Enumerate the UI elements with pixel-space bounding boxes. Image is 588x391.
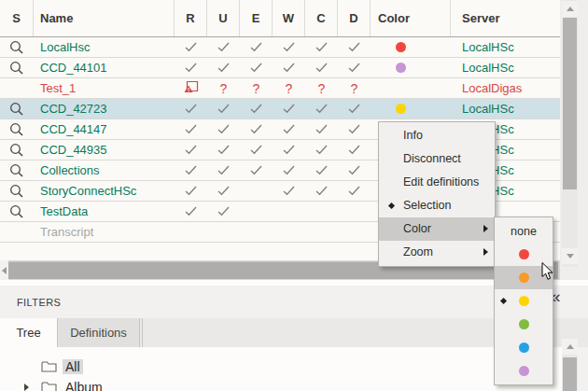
- menu-item-info[interactable]: Info: [379, 124, 495, 147]
- tree-item-all[interactable]: All: [0, 356, 562, 377]
- search-cell: [0, 58, 34, 77]
- column-header-server[interactable]: Server: [451, 0, 560, 36]
- status-cell-d: [338, 181, 371, 201]
- status-cell-e: [240, 181, 273, 201]
- filters-scroll-up-button[interactable]: [562, 339, 578, 355]
- status-cell-u: [207, 140, 240, 160]
- check-icon: [315, 186, 328, 196]
- status-cell-d: [338, 58, 371, 77]
- table-row-ccd-42723[interactable]: CCD_42723LocalHSc: [0, 99, 560, 119]
- status-cell-r: [175, 119, 207, 139]
- tree-item-album[interactable]: Album: [0, 377, 562, 391]
- magnifier-icon[interactable]: [9, 40, 24, 55]
- status-cell-r: [175, 222, 207, 242]
- name-cell: CCD_44147: [34, 119, 175, 139]
- status-cell-c: [305, 181, 338, 201]
- check-icon: [185, 42, 197, 52]
- table-row-ccd-44101[interactable]: CCD_44101LocalHSc: [0, 58, 560, 78]
- column-header-s[interactable]: S: [0, 0, 34, 36]
- check-icon: [315, 63, 328, 73]
- folder-icon: [41, 360, 57, 377]
- scroll-left-button[interactable]: [0, 260, 8, 280]
- check-icon: [250, 124, 262, 134]
- check-icon: [250, 63, 262, 73]
- magnifier-icon[interactable]: [9, 184, 24, 199]
- column-header-w[interactable]: W: [273, 0, 305, 36]
- color-option-fed402[interactable]: [495, 289, 553, 313]
- server-name: LocalHSc: [462, 61, 514, 75]
- scroll-down-button[interactable]: [562, 248, 578, 264]
- color-dot: [396, 104, 406, 114]
- name-cell: Test_1: [34, 78, 175, 98]
- connection-error-icon: [184, 80, 199, 96]
- status-cell-r: [175, 78, 207, 98]
- magnifier-icon[interactable]: [9, 122, 24, 137]
- check-icon: [217, 186, 230, 196]
- status-cell-e: [240, 202, 273, 221]
- column-header-name[interactable]: Name: [34, 0, 175, 36]
- search-cell: [0, 161, 34, 180]
- status-cell-d: [338, 202, 371, 221]
- magnifier-icon[interactable]: [9, 163, 24, 178]
- connection-name: Transcript: [40, 225, 93, 239]
- folder-icon: [41, 381, 57, 391]
- color-option-83bb43[interactable]: [495, 313, 553, 336]
- column-header-d[interactable]: D: [338, 0, 371, 36]
- filters-scrollbar[interactable]: [562, 334, 578, 391]
- check-icon: [283, 186, 295, 196]
- filters-title: FILTERS: [17, 297, 61, 308]
- search-cell: [0, 37, 34, 57]
- table-row-test-1[interactable]: Test_1?????LocalDigas: [0, 78, 560, 99]
- search-cell: [0, 119, 34, 139]
- check-icon: [283, 145, 295, 155]
- color-cell: [371, 99, 451, 119]
- menu-item-selection[interactable]: Selection: [379, 194, 495, 217]
- menu-item-disconnect[interactable]: Disconnect: [379, 147, 495, 171]
- status-cell-w: [273, 99, 305, 119]
- filters-scrollbar-thumb[interactable]: [563, 357, 577, 391]
- status-cell-r: [175, 37, 207, 57]
- status-cell-u: [207, 119, 240, 139]
- status-cell-w: ?: [273, 78, 305, 98]
- menu-item-color[interactable]: Color: [379, 217, 495, 241]
- scroll-up-button[interactable]: [562, 1, 578, 17]
- status-cell-w: [273, 140, 305, 160]
- check-icon: [217, 42, 230, 52]
- scroll-left-icon: [2, 267, 7, 274]
- server-name: LocalHSc: [462, 102, 514, 116]
- server-cell: LocalDigas: [451, 78, 560, 98]
- magnifier-icon[interactable]: [9, 61, 24, 76]
- vertical-scrollbar-thumb[interactable]: [563, 18, 577, 189]
- check-icon: [315, 124, 328, 134]
- menu-item-edit-definitions[interactable]: Edit definitions: [379, 171, 495, 194]
- tab-definitions[interactable]: Definitions: [57, 318, 140, 347]
- status-cell-r: [175, 161, 207, 180]
- color-option-c795d3[interactable]: [495, 359, 553, 383]
- column-header-color[interactable]: Color: [371, 0, 451, 36]
- menu-item-zoom[interactable]: Zoom: [379, 241, 495, 264]
- color-option-24a3e3[interactable]: [495, 336, 553, 359]
- magnifier-icon[interactable]: [9, 204, 24, 219]
- table-row-localhsc[interactable]: LocalHscLocalHSc: [0, 37, 560, 58]
- check-icon: [185, 165, 197, 175]
- status-cell-u: [207, 37, 240, 57]
- expander-icon[interactable]: [24, 384, 29, 391]
- tab-tree[interactable]: Tree: [0, 318, 57, 347]
- magnifier-icon[interactable]: [9, 102, 24, 117]
- magnifier-icon[interactable]: [9, 143, 24, 158]
- check-icon: [185, 145, 197, 155]
- status-cell-c: [305, 37, 338, 57]
- status-cell-d: ?: [338, 78, 371, 98]
- column-header-u[interactable]: U: [207, 0, 240, 36]
- check-icon: [217, 124, 230, 134]
- status-cell-c: [305, 140, 338, 160]
- status-cell-e: [240, 222, 273, 242]
- vertical-scrollbar[interactable]: [562, 0, 578, 267]
- column-header-r[interactable]: R: [175, 0, 207, 36]
- column-header-e[interactable]: E: [240, 0, 273, 36]
- column-header-c[interactable]: C: [305, 0, 338, 36]
- color-option-none[interactable]: none: [495, 219, 553, 243]
- check-icon: [348, 42, 360, 52]
- check-icon: [283, 124, 295, 134]
- color-dot: [519, 249, 529, 259]
